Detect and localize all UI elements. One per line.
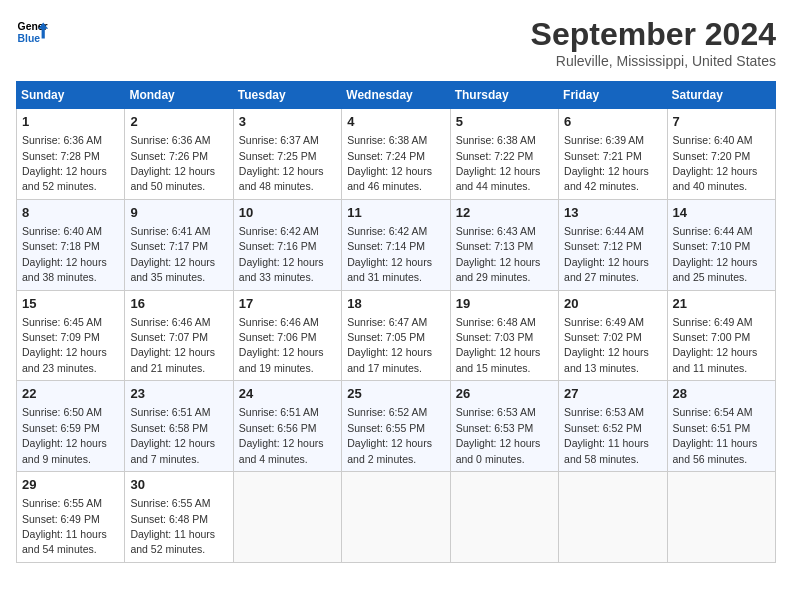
day-info: Sunrise: 6:53 AM Sunset: 6:52 PM Dayligh… bbox=[564, 406, 649, 464]
calendar-cell: 15Sunrise: 6:45 AM Sunset: 7:09 PM Dayli… bbox=[17, 290, 125, 381]
month-title: September 2024 bbox=[531, 16, 776, 53]
calendar-cell: 16Sunrise: 6:46 AM Sunset: 7:07 PM Dayli… bbox=[125, 290, 233, 381]
weekday-header-row: SundayMondayTuesdayWednesdayThursdayFrid… bbox=[17, 82, 776, 109]
day-info: Sunrise: 6:46 AM Sunset: 7:07 PM Dayligh… bbox=[130, 316, 215, 374]
day-number: 7 bbox=[673, 113, 770, 131]
day-info: Sunrise: 6:37 AM Sunset: 7:25 PM Dayligh… bbox=[239, 134, 324, 192]
weekday-header-sunday: Sunday bbox=[17, 82, 125, 109]
calendar-cell: 1Sunrise: 6:36 AM Sunset: 7:28 PM Daylig… bbox=[17, 109, 125, 200]
day-info: Sunrise: 6:40 AM Sunset: 7:18 PM Dayligh… bbox=[22, 225, 107, 283]
day-number: 12 bbox=[456, 204, 553, 222]
day-info: Sunrise: 6:52 AM Sunset: 6:55 PM Dayligh… bbox=[347, 406, 432, 464]
calendar-body: 1Sunrise: 6:36 AM Sunset: 7:28 PM Daylig… bbox=[17, 109, 776, 563]
calendar-cell bbox=[667, 472, 775, 563]
calendar-cell: 29Sunrise: 6:55 AM Sunset: 6:49 PM Dayli… bbox=[17, 472, 125, 563]
day-number: 8 bbox=[22, 204, 119, 222]
calendar-cell: 23Sunrise: 6:51 AM Sunset: 6:58 PM Dayli… bbox=[125, 381, 233, 472]
page-header: General Blue September 2024 Ruleville, M… bbox=[16, 16, 776, 69]
day-number: 11 bbox=[347, 204, 444, 222]
calendar-cell: 6Sunrise: 6:39 AM Sunset: 7:21 PM Daylig… bbox=[559, 109, 667, 200]
day-info: Sunrise: 6:47 AM Sunset: 7:05 PM Dayligh… bbox=[347, 316, 432, 374]
day-info: Sunrise: 6:44 AM Sunset: 7:12 PM Dayligh… bbox=[564, 225, 649, 283]
calendar-cell: 22Sunrise: 6:50 AM Sunset: 6:59 PM Dayli… bbox=[17, 381, 125, 472]
day-number: 2 bbox=[130, 113, 227, 131]
day-number: 29 bbox=[22, 476, 119, 494]
day-info: Sunrise: 6:40 AM Sunset: 7:20 PM Dayligh… bbox=[673, 134, 758, 192]
calendar-cell: 13Sunrise: 6:44 AM Sunset: 7:12 PM Dayli… bbox=[559, 199, 667, 290]
day-info: Sunrise: 6:36 AM Sunset: 7:28 PM Dayligh… bbox=[22, 134, 107, 192]
day-info: Sunrise: 6:41 AM Sunset: 7:17 PM Dayligh… bbox=[130, 225, 215, 283]
weekday-header-wednesday: Wednesday bbox=[342, 82, 450, 109]
day-number: 16 bbox=[130, 295, 227, 313]
day-number: 30 bbox=[130, 476, 227, 494]
day-info: Sunrise: 6:53 AM Sunset: 6:53 PM Dayligh… bbox=[456, 406, 541, 464]
day-info: Sunrise: 6:50 AM Sunset: 6:59 PM Dayligh… bbox=[22, 406, 107, 464]
day-info: Sunrise: 6:51 AM Sunset: 6:56 PM Dayligh… bbox=[239, 406, 324, 464]
day-number: 27 bbox=[564, 385, 661, 403]
day-number: 17 bbox=[239, 295, 336, 313]
day-number: 19 bbox=[456, 295, 553, 313]
calendar-week-5: 29Sunrise: 6:55 AM Sunset: 6:49 PM Dayli… bbox=[17, 472, 776, 563]
calendar-cell: 30Sunrise: 6:55 AM Sunset: 6:48 PM Dayli… bbox=[125, 472, 233, 563]
day-number: 28 bbox=[673, 385, 770, 403]
day-info: Sunrise: 6:38 AM Sunset: 7:24 PM Dayligh… bbox=[347, 134, 432, 192]
calendar-cell: 3Sunrise: 6:37 AM Sunset: 7:25 PM Daylig… bbox=[233, 109, 341, 200]
calendar-table: SundayMondayTuesdayWednesdayThursdayFrid… bbox=[16, 81, 776, 563]
calendar-cell: 4Sunrise: 6:38 AM Sunset: 7:24 PM Daylig… bbox=[342, 109, 450, 200]
day-number: 13 bbox=[564, 204, 661, 222]
title-block: September 2024 Ruleville, Mississippi, U… bbox=[531, 16, 776, 69]
day-number: 20 bbox=[564, 295, 661, 313]
calendar-cell: 24Sunrise: 6:51 AM Sunset: 6:56 PM Dayli… bbox=[233, 381, 341, 472]
calendar-cell: 28Sunrise: 6:54 AM Sunset: 6:51 PM Dayli… bbox=[667, 381, 775, 472]
calendar-cell: 21Sunrise: 6:49 AM Sunset: 7:00 PM Dayli… bbox=[667, 290, 775, 381]
calendar-cell: 19Sunrise: 6:48 AM Sunset: 7:03 PM Dayli… bbox=[450, 290, 558, 381]
calendar-cell: 17Sunrise: 6:46 AM Sunset: 7:06 PM Dayli… bbox=[233, 290, 341, 381]
calendar-cell bbox=[233, 472, 341, 563]
day-number: 14 bbox=[673, 204, 770, 222]
day-info: Sunrise: 6:49 AM Sunset: 7:02 PM Dayligh… bbox=[564, 316, 649, 374]
day-number: 26 bbox=[456, 385, 553, 403]
calendar-cell: 5Sunrise: 6:38 AM Sunset: 7:22 PM Daylig… bbox=[450, 109, 558, 200]
calendar-cell: 25Sunrise: 6:52 AM Sunset: 6:55 PM Dayli… bbox=[342, 381, 450, 472]
calendar-cell: 26Sunrise: 6:53 AM Sunset: 6:53 PM Dayli… bbox=[450, 381, 558, 472]
calendar-cell: 12Sunrise: 6:43 AM Sunset: 7:13 PM Dayli… bbox=[450, 199, 558, 290]
calendar-week-3: 15Sunrise: 6:45 AM Sunset: 7:09 PM Dayli… bbox=[17, 290, 776, 381]
calendar-week-4: 22Sunrise: 6:50 AM Sunset: 6:59 PM Dayli… bbox=[17, 381, 776, 472]
calendar-cell: 20Sunrise: 6:49 AM Sunset: 7:02 PM Dayli… bbox=[559, 290, 667, 381]
day-number: 9 bbox=[130, 204, 227, 222]
day-number: 23 bbox=[130, 385, 227, 403]
day-number: 25 bbox=[347, 385, 444, 403]
calendar-week-2: 8Sunrise: 6:40 AM Sunset: 7:18 PM Daylig… bbox=[17, 199, 776, 290]
day-info: Sunrise: 6:39 AM Sunset: 7:21 PM Dayligh… bbox=[564, 134, 649, 192]
calendar-cell: 9Sunrise: 6:41 AM Sunset: 7:17 PM Daylig… bbox=[125, 199, 233, 290]
day-number: 21 bbox=[673, 295, 770, 313]
calendar-cell: 14Sunrise: 6:44 AM Sunset: 7:10 PM Dayli… bbox=[667, 199, 775, 290]
day-info: Sunrise: 6:51 AM Sunset: 6:58 PM Dayligh… bbox=[130, 406, 215, 464]
location: Ruleville, Mississippi, United States bbox=[531, 53, 776, 69]
calendar-cell: 8Sunrise: 6:40 AM Sunset: 7:18 PM Daylig… bbox=[17, 199, 125, 290]
calendar-cell: 27Sunrise: 6:53 AM Sunset: 6:52 PM Dayli… bbox=[559, 381, 667, 472]
calendar-cell: 10Sunrise: 6:42 AM Sunset: 7:16 PM Dayli… bbox=[233, 199, 341, 290]
day-info: Sunrise: 6:42 AM Sunset: 7:14 PM Dayligh… bbox=[347, 225, 432, 283]
day-info: Sunrise: 6:43 AM Sunset: 7:13 PM Dayligh… bbox=[456, 225, 541, 283]
weekday-header-thursday: Thursday bbox=[450, 82, 558, 109]
day-info: Sunrise: 6:48 AM Sunset: 7:03 PM Dayligh… bbox=[456, 316, 541, 374]
calendar-cell: 18Sunrise: 6:47 AM Sunset: 7:05 PM Dayli… bbox=[342, 290, 450, 381]
day-number: 15 bbox=[22, 295, 119, 313]
weekday-header-tuesday: Tuesday bbox=[233, 82, 341, 109]
day-number: 1 bbox=[22, 113, 119, 131]
weekday-header-saturday: Saturday bbox=[667, 82, 775, 109]
weekday-header-friday: Friday bbox=[559, 82, 667, 109]
day-info: Sunrise: 6:54 AM Sunset: 6:51 PM Dayligh… bbox=[673, 406, 758, 464]
day-info: Sunrise: 6:45 AM Sunset: 7:09 PM Dayligh… bbox=[22, 316, 107, 374]
day-info: Sunrise: 6:42 AM Sunset: 7:16 PM Dayligh… bbox=[239, 225, 324, 283]
day-number: 5 bbox=[456, 113, 553, 131]
day-info: Sunrise: 6:49 AM Sunset: 7:00 PM Dayligh… bbox=[673, 316, 758, 374]
day-number: 3 bbox=[239, 113, 336, 131]
day-info: Sunrise: 6:44 AM Sunset: 7:10 PM Dayligh… bbox=[673, 225, 758, 283]
day-number: 10 bbox=[239, 204, 336, 222]
logo: General Blue bbox=[16, 16, 48, 48]
calendar-cell: 2Sunrise: 6:36 AM Sunset: 7:26 PM Daylig… bbox=[125, 109, 233, 200]
svg-text:Blue: Blue bbox=[18, 33, 41, 44]
day-number: 6 bbox=[564, 113, 661, 131]
